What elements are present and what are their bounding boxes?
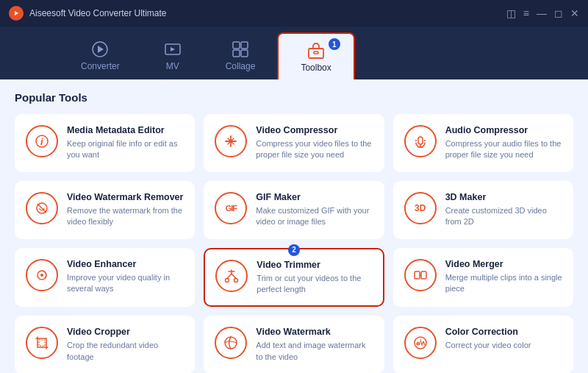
video-enhancer-icon	[26, 259, 58, 291]
gif-maker-icon: GIF	[215, 192, 247, 224]
tool-card-gif-maker[interactable]: GIF GIF Maker Make customized GIF with y…	[204, 181, 384, 239]
close-icon[interactable]: ✕	[570, 7, 579, 19]
minimize-icon[interactable]: —	[537, 7, 547, 19]
video-trimmer-icon	[215, 260, 248, 292]
toolbox-badge: 1	[329, 38, 340, 50]
tool-card-video-watermark-remover[interactable]: Video Watermark Remover Remove the water…	[15, 181, 195, 239]
title-bar: Aiseesoft Video Converter Ultimate ◫ ≡ —…	[0, 0, 588, 26]
color-correction-name: Color Correction	[445, 327, 562, 337]
color-correction-desc: Correct your video color	[445, 340, 562, 351]
tab-mv[interactable]: MV	[142, 32, 204, 79]
svg-rect-13	[418, 137, 423, 144]
gif-maker-info: GIF Maker Make customized GIF with your …	[256, 192, 373, 228]
svg-rect-5	[233, 42, 240, 49]
svg-line-19	[37, 204, 46, 213]
media-metadata-editor-name: Media Metadata Editor	[67, 125, 184, 135]
tab-collage-label: Collage	[226, 61, 256, 71]
video-watermark-remover-info: Video Watermark Remover Remove the water…	[67, 192, 184, 228]
video-watermark-remover-name: Video Watermark Remover	[67, 192, 184, 202]
svg-rect-31	[39, 340, 45, 346]
tool-card-video-enhancer[interactable]: Video Enhancer Improve your video qualit…	[15, 248, 195, 308]
tool-card-3d-maker[interactable]: 3D 3D Maker Create customized 3D video f…	[393, 181, 573, 239]
video-cropper-icon	[26, 327, 58, 359]
collage-icon	[232, 40, 249, 58]
window-controls: ◫ ≡ — ◻ ✕	[506, 7, 579, 19]
video-compressor-name: Video Compressor	[256, 125, 373, 135]
video-watermark-remover-desc: Remove the watermark from the video flex…	[67, 205, 184, 228]
tool-card-video-compressor[interactable]: Video Compressor Compress your video fil…	[204, 114, 384, 172]
svg-marker-3	[98, 46, 104, 53]
video-enhancer-info: Video Enhancer Improve your video qualit…	[67, 259, 184, 295]
tab-toolbox-label: Toolbox	[301, 63, 331, 73]
3d-maker-icon: 3D	[404, 192, 437, 224]
video-watermark-info: Video Watermark Add text and image water…	[256, 327, 373, 363]
video-trimmer-name: Video Trimmer	[257, 260, 372, 270]
tool-card-audio-compressor[interactable]: Audio Compressor Compress your audio fil…	[393, 114, 573, 172]
audio-compressor-name: Audio Compressor	[445, 125, 562, 135]
svg-rect-8	[241, 50, 248, 57]
video-watermark-remover-icon	[26, 192, 58, 224]
mv-icon	[164, 40, 182, 58]
color-correction-icon	[404, 327, 437, 359]
video-watermark-desc: Add text and image watermark to the vide…	[256, 340, 373, 363]
section-title: Popular Tools	[15, 91, 573, 104]
main-content: Popular Tools i Media Metadata Editor Ke…	[0, 79, 588, 373]
media-metadata-editor-info: Media Metadata Editor Keep original file…	[67, 125, 184, 161]
menu-icon[interactable]: ≡	[523, 7, 529, 19]
svg-point-21	[40, 274, 43, 277]
video-cropper-name: Video Cropper	[67, 327, 184, 337]
app-logo	[9, 6, 24, 21]
tool-card-video-watermark[interactable]: Video Watermark Add text and image water…	[204, 316, 384, 373]
video-cropper-info: Video Cropper Crop the redundant video f…	[67, 327, 184, 363]
toolbox-icon	[306, 40, 326, 60]
gif-maker-name: GIF Maker	[256, 192, 373, 202]
svg-point-32	[225, 337, 237, 349]
video-cropper-desc: Crop the redundant video footage	[67, 340, 184, 363]
3d-maker-desc: Create customized 3D video from 2D	[445, 205, 562, 228]
video-merger-name: Video Merger	[445, 259, 562, 269]
media-metadata-editor-desc: Keep original file info or edit as you w…	[67, 138, 184, 161]
svg-rect-6	[241, 42, 248, 49]
chat-icon[interactable]: ◫	[506, 7, 516, 19]
video-compressor-info: Video Compressor Compress your video fil…	[256, 125, 373, 161]
media-metadata-editor-icon: i	[26, 125, 58, 157]
tool-card-color-correction[interactable]: Color Correction Correct your video colo…	[393, 316, 573, 373]
app-title: Aiseesoft Video Converter Ultimate	[29, 8, 167, 18]
video-merger-icon	[404, 259, 437, 291]
svg-line-25	[232, 274, 236, 279]
tool-card-media-metadata-editor[interactable]: i Media Metadata Editor Keep original fi…	[15, 114, 195, 172]
svg-rect-7	[233, 50, 240, 57]
tab-converter[interactable]: Converter	[59, 32, 142, 79]
svg-rect-29	[421, 271, 426, 279]
svg-rect-10	[314, 51, 318, 54]
converter-icon	[91, 40, 109, 58]
svg-rect-28	[415, 271, 420, 279]
maximize-icon[interactable]: ◻	[554, 7, 563, 19]
audio-compressor-icon	[404, 125, 437, 157]
video-compressor-desc: Compress your video files to the proper …	[256, 138, 373, 161]
video-compressor-icon	[215, 125, 247, 157]
3d-maker-name: 3D Maker	[445, 192, 562, 202]
tab-collage[interactable]: Collage	[204, 32, 278, 79]
3d-maker-info: 3D Maker Create customized 3D video from…	[445, 192, 562, 228]
svg-point-33	[415, 337, 426, 349]
video-merger-desc: Merge multiple clips into a single piece	[445, 272, 562, 295]
color-correction-info: Color Correction Correct your video colo…	[445, 327, 562, 351]
tab-toolbox[interactable]: 1 Toolbox	[277, 32, 354, 79]
tab-converter-label: Converter	[81, 61, 120, 71]
video-merger-info: Video Merger Merge multiple clips into a…	[445, 259, 562, 295]
svg-text:i: i	[40, 136, 43, 147]
video-watermark-icon	[215, 327, 247, 359]
tools-grid: i Media Metadata Editor Keep original fi…	[15, 114, 573, 373]
svg-point-23	[234, 278, 238, 282]
tool-card-video-merger[interactable]: Video Merger Merge multiple clips into a…	[393, 248, 573, 308]
video-watermark-name: Video Watermark	[256, 327, 373, 337]
nav-tabs: Converter MV Collage 1	[0, 26, 588, 79]
tab-mv-label: MV	[166, 61, 179, 71]
audio-compressor-info: Audio Compressor Compress your audio fil…	[445, 125, 562, 161]
tool-card-video-trimmer[interactable]: 2 Video Trimmer Trim or cut your videos …	[204, 248, 384, 308]
tool-card-video-cropper[interactable]: Video Cropper Crop the redundant video f…	[15, 316, 195, 373]
title-bar-left: Aiseesoft Video Converter Ultimate	[9, 6, 167, 21]
video-trimmer-info: Video Trimmer Trim or cut your videos to…	[257, 260, 372, 296]
video-enhancer-name: Video Enhancer	[67, 259, 184, 269]
